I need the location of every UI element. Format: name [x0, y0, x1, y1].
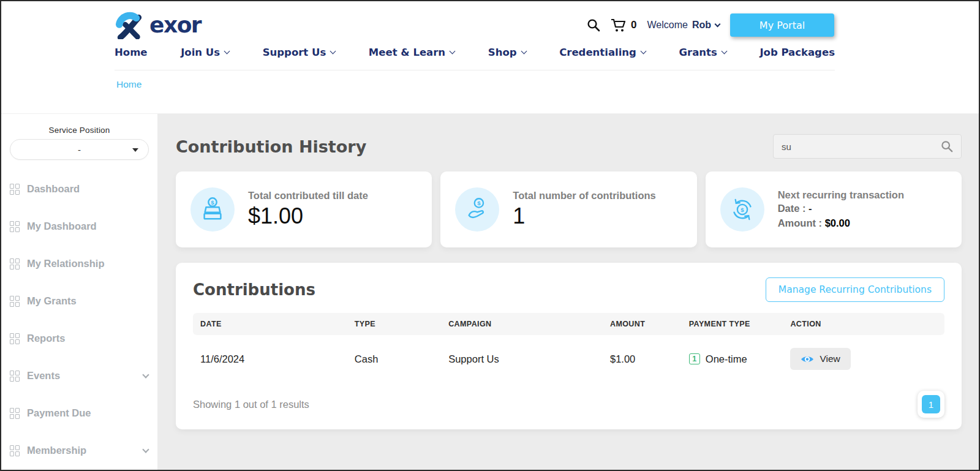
contributions-table: DATE TYPE CAMPAIGN AMOUNT PAYMENT TYPE A… — [193, 313, 944, 374]
stat-label: Next recurring transaction — [778, 189, 904, 201]
contributions-title: Contributions — [193, 281, 315, 299]
main-content: Contribution History $ — [157, 114, 979, 470]
stat-label: Total number of contributions — [513, 190, 655, 202]
col-header-amount: AMOUNT — [610, 313, 689, 335]
stat-value: $1.00 — [248, 203, 368, 229]
exor-logo[interactable]: exor — [115, 11, 201, 42]
page-title: Contribution History — [176, 137, 366, 156]
exor-logo-icon — [115, 11, 144, 42]
pagination-page-1-button[interactable]: 1 — [922, 395, 940, 413]
donation-box-icon: $ — [190, 187, 235, 232]
chevron-down-icon — [224, 48, 230, 55]
eye-icon — [801, 355, 814, 364]
svg-text:$: $ — [211, 199, 214, 206]
sidebar-item-my-grants[interactable]: My Grants — [1, 282, 157, 320]
contributions-panel: Contributions Manage Recurring Contribut… — [176, 263, 962, 429]
next-recurring-amount: Amount : $0.00 — [778, 216, 904, 230]
dashboard-grid-icon — [10, 184, 20, 195]
table-search-box — [773, 134, 962, 159]
dashboard-grid-icon — [10, 296, 20, 307]
sidebar-item-dashboard[interactable]: Dashboard — [1, 170, 157, 208]
portal-page: exor 0 Welcome Rob My Portal Home Join U… — [0, 0, 980, 471]
dashboard-grid-icon — [10, 371, 20, 382]
nav-item-support-us[interactable]: Support Us — [263, 47, 336, 58]
search-icon[interactable] — [587, 18, 600, 32]
stat-label: Total contributed till date — [248, 190, 368, 202]
col-header-campaign: CAMPAIGN — [448, 313, 610, 335]
user-name: Rob — [692, 20, 711, 31]
nav-item-job-packages[interactable]: Job Packages — [760, 47, 835, 58]
sidebar-item-payment-due[interactable]: Payment Due — [1, 394, 157, 432]
cell-campaign: Support Us — [448, 335, 610, 374]
results-count-text: Showing 1 out of 1 results — [193, 399, 309, 410]
sidebar-item-my-relationship[interactable]: My Relationship — [1, 245, 157, 282]
caret-down-icon — [132, 148, 138, 152]
nav-item-home[interactable]: Home — [115, 47, 148, 58]
sidebar-menu: Dashboard My Dashboard My Relationship M… — [1, 170, 157, 469]
sidebar-item-membership[interactable]: Membership — [1, 432, 157, 469]
cell-action: View — [790, 335, 944, 374]
service-position-select[interactable]: - — [10, 139, 149, 160]
header: exor 0 Welcome Rob My Portal — [1, 1, 979, 42]
col-header-payment-type: PAYMENT TYPE — [689, 313, 791, 335]
chevron-down-icon — [640, 48, 646, 55]
view-button[interactable]: View — [790, 348, 850, 370]
sidebar-item-my-dashboard[interactable]: My Dashboard — [1, 208, 157, 245]
dashboard-grid-icon — [10, 258, 20, 269]
recurring-transaction-icon: $ — [720, 187, 764, 232]
cart-count: 0 — [631, 19, 636, 31]
col-header-date: DATE — [193, 313, 355, 335]
stat-card-total-contributed: $ Total contributed till date $1.00 — [176, 171, 432, 247]
dashboard-grid-icon — [10, 333, 20, 344]
header-actions: 0 Welcome Rob My Portal — [587, 13, 834, 37]
breadcrumb[interactable]: Home — [116, 79, 141, 90]
logo-wordmark: exor — [149, 14, 201, 39]
user-menu[interactable]: Welcome Rob — [647, 20, 720, 31]
content-body: Service Position - Dashboard My Dashboar… — [1, 113, 979, 470]
svg-text:$: $ — [741, 206, 744, 213]
cart-button[interactable]: 0 — [611, 18, 636, 32]
dashboard-grid-icon — [10, 445, 20, 456]
chevron-down-icon — [330, 48, 336, 55]
stat-value: 1 — [513, 203, 655, 229]
chevron-down-icon — [521, 48, 527, 55]
service-position-label: Service Position — [1, 126, 157, 135]
sidebar: Service Position - Dashboard My Dashboar… — [1, 114, 157, 470]
cart-icon — [611, 18, 627, 32]
dashboard-grid-icon — [10, 221, 20, 232]
col-header-type: TYPE — [355, 313, 448, 335]
chevron-down-icon — [715, 21, 721, 27]
chevron-down-icon — [450, 48, 456, 55]
chevron-down-icon — [142, 371, 149, 378]
nav-item-meet-learn[interactable]: Meet & Learn — [369, 47, 454, 58]
nav-item-join-us[interactable]: Join Us — [181, 47, 229, 58]
table-header-row: DATE TYPE CAMPAIGN AMOUNT PAYMENT TYPE A… — [193, 313, 944, 335]
pagination: 1 — [918, 391, 944, 418]
hand-coin-icon: $ — [455, 187, 499, 232]
col-header-action: ACTION — [790, 313, 944, 335]
stat-card-total-contributions: $ Total number of contributions 1 — [440, 171, 696, 247]
one-time-icon: 1 — [689, 353, 700, 364]
cell-payment-type: 1 One-time — [689, 335, 791, 374]
search-icon[interactable] — [941, 140, 953, 153]
cell-type: Cash — [355, 335, 448, 374]
stat-card-next-recurring: $ Next recurring transaction Date : - — [706, 171, 962, 247]
dashboard-grid-icon — [10, 408, 20, 419]
next-recurring-date: Date : - — [778, 201, 904, 216]
nav-item-grants[interactable]: Grants — [679, 47, 726, 58]
welcome-text: Welcome — [647, 20, 688, 31]
my-portal-button[interactable]: My Portal — [730, 13, 834, 37]
cell-date: 11/6/2024 — [193, 335, 355, 374]
manage-recurring-button[interactable]: Manage Recurring Contributions — [766, 277, 944, 302]
stat-cards: $ Total contributed till date $1.00 — [176, 171, 962, 247]
search-input[interactable] — [782, 141, 941, 152]
main-nav: Home Join Us Support Us Meet & Learn Sho… — [115, 47, 835, 70]
chevron-down-icon — [721, 48, 727, 55]
table-row: 11/6/2024 Cash Support Us $1.00 1 One-ti… — [193, 335, 944, 374]
sidebar-item-events[interactable]: Events — [1, 357, 157, 394]
sidebar-item-reports[interactable]: Reports — [1, 320, 157, 357]
nav-item-shop[interactable]: Shop — [488, 47, 526, 58]
cell-amount: $1.00 — [610, 335, 689, 374]
nav-item-credentialing[interactable]: Credentialing — [559, 47, 646, 58]
svg-text:$: $ — [478, 200, 481, 206]
